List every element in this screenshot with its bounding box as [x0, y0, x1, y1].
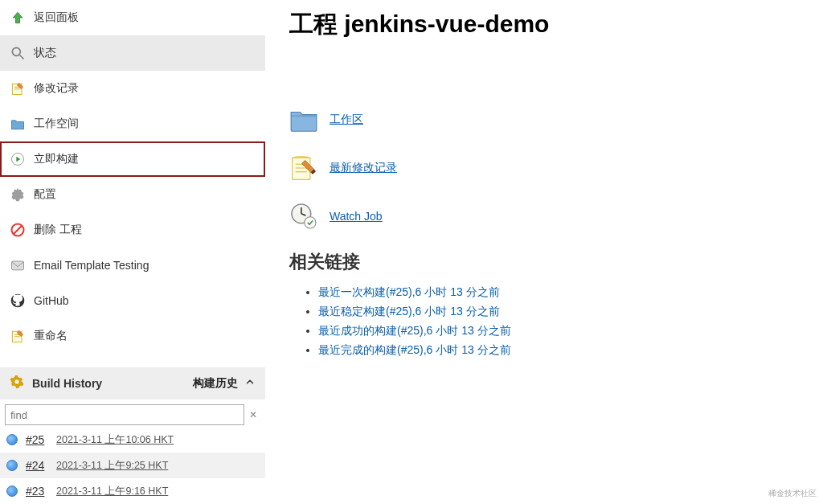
main-link-folder-big: 工作区	[289, 105, 799, 134]
related-link-item: 最近完成的构建(#25),6 小时 13 分之前	[318, 343, 799, 358]
gear-icon	[10, 375, 24, 391]
build-history-search-row: ✕	[0, 400, 265, 427]
gear-icon	[10, 186, 26, 203]
sidebar-item-label: 工作空间	[34, 117, 79, 131]
build-status-icon	[6, 434, 18, 445]
github-icon	[10, 293, 26, 309]
folder-big-icon	[289, 105, 318, 134]
build-time-link[interactable]: 2021-3-11 上午9:25 HKT	[56, 459, 168, 473]
forbid-icon	[10, 222, 26, 238]
clock-big-icon	[289, 202, 318, 231]
build-row[interactable]: #242021-3-11 上午9:25 HKT	[0, 453, 265, 478]
page-title: 工程 jenkins-vue-demo	[289, 8, 799, 41]
sidebar-item-label: 重命名	[34, 329, 68, 343]
chevron-up-icon[interactable]	[244, 376, 256, 390]
sidebar-item-label: Email Template Testing	[34, 259, 149, 272]
build-status-icon	[6, 486, 18, 497]
search-icon	[10, 45, 26, 61]
watermark: 稀金技术社区	[768, 488, 817, 499]
build-status-icon	[6, 460, 18, 471]
related-link[interactable]: 最近完成的构建(#25),6 小时 13 分之前	[318, 343, 511, 356]
clear-search-icon[interactable]: ✕	[246, 409, 260, 420]
sidebar-item-play[interactable]: 立即构建	[0, 141, 265, 177]
main-link-clock-big: Watch Job	[289, 202, 799, 231]
build-number-link[interactable]: #23	[26, 485, 48, 498]
svg-point-0	[12, 47, 20, 55]
build-history-header[interactable]: Build History 构建历史	[0, 367, 265, 400]
sidebar-item-label: 修改记录	[34, 81, 79, 96]
sidebar-item-label: 删除 工程	[34, 223, 82, 237]
play-icon	[10, 151, 26, 167]
related-link-item: 最近一次构建(#25),6 小时 13 分之前	[318, 285, 799, 300]
related-links-list: 最近一次构建(#25),6 小时 13 分之前最近稳定构建(#25),6 小时 …	[289, 285, 799, 358]
main-link-anchor[interactable]: 工作区	[330, 113, 363, 127]
notepad-icon	[10, 80, 26, 96]
build-history-search-input[interactable]	[5, 404, 244, 425]
build-time-link[interactable]: 2021-3-11 上午9:16 HKT	[56, 485, 168, 498]
sidebar-item-notepad[interactable]: 修改记录	[0, 71, 265, 106]
main-content: 工程 jenkins-vue-demo 工作区最新修改记录Watch Job 相…	[265, 0, 823, 504]
svg-rect-9	[12, 261, 24, 270]
related-link-item: 最近稳定构建(#25),6 小时 13 分之前	[318, 305, 799, 319]
sidebar-item-forbid[interactable]: 删除 工程	[0, 212, 265, 248]
folder-icon	[10, 116, 26, 132]
sidebar-item-github[interactable]: GitHub	[0, 283, 265, 318]
sidebar-item-search[interactable]: 状态	[0, 35, 265, 71]
svg-point-21	[305, 217, 316, 228]
sidebar-item-label: 立即构建	[34, 152, 79, 166]
sidebar-item-gear[interactable]: 配置	[0, 177, 265, 212]
sidebar: 返回面板状态修改记录工作空间立即构建配置删除 工程Email Template …	[0, 0, 265, 504]
arrow-up-icon	[10, 10, 26, 26]
related-link[interactable]: 最近成功的构建(#25),6 小时 13 分之前	[318, 324, 511, 337]
main-link-anchor[interactable]: Watch Job	[330, 210, 383, 223]
sidebar-item-label: 配置	[34, 187, 56, 202]
sidebar-item-notepad[interactable]: 重命名	[0, 318, 265, 354]
build-row[interactable]: #232021-3-11 上午9:16 HKT	[0, 478, 265, 504]
sidebar-item-label: GitHub	[34, 294, 69, 307]
build-history-title: Build History	[32, 377, 193, 390]
related-link[interactable]: 最近稳定构建(#25),6 小时 13 分之前	[318, 305, 500, 318]
related-link[interactable]: 最近一次构建(#25),6 小时 13 分之前	[318, 285, 500, 298]
build-number-link[interactable]: #24	[26, 459, 48, 472]
sidebar-item-folder[interactable]: 工作空间	[0, 106, 265, 141]
notepad-big-icon	[289, 154, 318, 182]
related-heading: 相关链接	[289, 250, 799, 274]
main-link-anchor[interactable]: 最新修改记录	[330, 161, 397, 175]
sidebar-item-label: 状态	[34, 46, 56, 60]
sidebar-item-mail[interactable]: Email Template Testing	[0, 248, 265, 283]
build-time-link[interactable]: 2021-3-11 上午10:06 HKT	[56, 433, 174, 447]
svg-line-1	[20, 55, 24, 59]
sidebar-item-arrow-up[interactable]: 返回面板	[0, 0, 265, 35]
svg-line-8	[14, 226, 22, 234]
mail-icon	[10, 257, 26, 273]
build-row[interactable]: #252021-3-11 上午10:06 HKT	[0, 427, 265, 453]
sidebar-item-label: 返回面板	[34, 10, 79, 25]
build-number-link[interactable]: #25	[26, 433, 48, 446]
main-link-notepad-big: 最新修改记录	[289, 154, 799, 182]
build-history-subtitle: 构建历史	[193, 376, 238, 391]
related-link-item: 最近成功的构建(#25),6 小时 13 分之前	[318, 324, 799, 338]
notepad-icon	[10, 328, 26, 344]
